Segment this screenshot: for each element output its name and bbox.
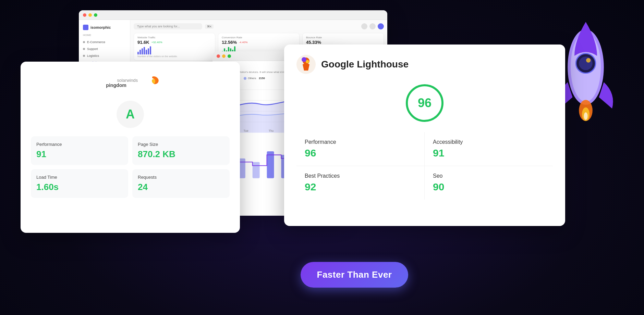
lighthouse-header: Google Lighthouse xyxy=(296,55,553,74)
sidebar-label-support: Support xyxy=(87,47,98,51)
stat-traffic-value: 91.6K xyxy=(137,40,149,45)
score-accessibility-name: Accessibility xyxy=(433,139,545,145)
legend-others-label: Others xyxy=(248,77,256,80)
score-bestpractices: Best Practices 92 xyxy=(296,166,425,200)
metric-loadtime-value: 1.60s xyxy=(36,182,123,192)
score-circle-wrap: 96 xyxy=(296,84,553,122)
metric-requests-label: Requests xyxy=(138,175,224,180)
score-seo-val: 90 xyxy=(433,181,545,193)
stat-conversion-value: 12.56% xyxy=(222,40,237,45)
metric-requests: Requests 24 xyxy=(132,169,230,198)
svg-point-4 xyxy=(586,58,591,63)
faster-text: Faster Than Ever xyxy=(317,269,392,280)
svg-text:pingdom: pingdom xyxy=(106,83,126,88)
sidebar-item-logistics[interactable]: Logistics xyxy=(79,52,130,59)
score-circle: 96 xyxy=(406,84,443,122)
analytics-minimize[interactable] xyxy=(222,54,226,58)
analytics-close[interactable] xyxy=(217,54,220,58)
mac-maximize[interactable] xyxy=(94,13,97,17)
grade-letter: A xyxy=(126,107,135,122)
metric-performance-value: 91 xyxy=(36,149,123,160)
lighthouse-icon xyxy=(296,55,316,74)
sidebar-item-support[interactable]: Support xyxy=(79,46,130,52)
mac-titlebar xyxy=(79,10,387,20)
pingdom-logo-svg: solarwinds pingdom xyxy=(99,72,161,92)
svg-point-7 xyxy=(584,112,588,120)
score-seo: Seo 90 xyxy=(425,166,553,200)
score-seo-name: Seo xyxy=(433,173,545,179)
legend-others: Others 2150 xyxy=(244,77,265,80)
stat-traffic-sub: Number of the visitors on the website. xyxy=(137,55,211,58)
svg-rect-20 xyxy=(267,151,274,178)
sidebar-item-ecommerce[interactable]: E-Commerce xyxy=(79,39,130,46)
mac-minimize[interactable] xyxy=(88,13,92,17)
svg-point-30 xyxy=(306,60,309,63)
score-performance-val: 96 xyxy=(305,147,416,159)
metric-pagesize-value: 870.2 KB xyxy=(138,149,224,160)
metric-loadtime: Load Time 1.60s xyxy=(31,169,128,198)
stat-traffic: Website Traffic 91.6K +32.40% N xyxy=(134,33,215,61)
logo-icon xyxy=(83,25,88,30)
pingdom-card: solarwinds pingdom A Performance 91 Page… xyxy=(21,62,240,233)
analytics-maximize[interactable] xyxy=(228,54,231,58)
svg-text:solarwinds: solarwinds xyxy=(117,78,138,83)
stat-conversion-label: Conversion Rate xyxy=(222,36,296,39)
stat-traffic-change: +32.40% xyxy=(151,41,162,44)
svg-rect-19 xyxy=(253,162,260,178)
legend-others-value: 2150 xyxy=(259,77,265,80)
pingdom-metrics: Performance 91 Page Size 870.2 KB Load T… xyxy=(31,136,230,198)
lighthouse-title: Google Lighthouse xyxy=(321,59,409,70)
sidebar-label-logistics: Logistics xyxy=(87,54,99,58)
svg-text:Thu: Thu xyxy=(269,129,274,133)
faster-pill: Faster Than Ever xyxy=(301,262,409,288)
metric-performance-label: Performance xyxy=(36,142,123,147)
lighthouse-body: Google Lighthouse 96 Performance 96 Acce… xyxy=(284,45,565,210)
score-performance: Performance 96 xyxy=(296,132,425,166)
score-bestpractices-name: Best Practices xyxy=(305,173,416,179)
svg-point-29 xyxy=(302,57,306,62)
pingdom-body: solarwinds pingdom A Performance 91 Page… xyxy=(21,62,240,233)
metric-loadtime-label: Load Time xyxy=(36,175,123,180)
logo-text: isomorphic xyxy=(90,25,111,29)
traffic-chart xyxy=(137,46,211,54)
score-number: 96 xyxy=(418,96,432,110)
score-accessibility-val: 91 xyxy=(433,147,545,159)
stat-bounce-value: 45.33% xyxy=(306,40,380,45)
score-bestpractices-val: 92 xyxy=(305,181,416,193)
stat-bounce-label: Bounce Rate xyxy=(306,36,380,39)
sidebar-label-ecommerce: E-Commerce xyxy=(87,40,105,44)
mac-close[interactable] xyxy=(83,13,86,17)
metric-performance: Performance 91 xyxy=(31,136,128,165)
legend-others-dot xyxy=(244,77,246,80)
scores-grid: Performance 96 Accessibility 91 Best Pra… xyxy=(296,132,553,200)
stat-traffic-label: Website Traffic xyxy=(137,36,211,39)
svg-text:Tue: Tue xyxy=(244,129,248,133)
metric-pagesize: Page Size 870.2 KB xyxy=(132,136,230,165)
breadcrumb: HOME xyxy=(79,34,130,39)
grade-circle: A xyxy=(117,101,144,128)
metric-requests-value: 24 xyxy=(138,182,224,192)
score-performance-name: Performance xyxy=(305,139,416,145)
metric-pagesize-label: Page Size xyxy=(138,142,224,147)
score-accessibility: Accessibility 91 xyxy=(425,132,553,166)
stat-conversion-change: -4.40% xyxy=(239,41,247,44)
svg-point-3 xyxy=(579,56,593,70)
lighthouse-card: Google Lighthouse 96 Performance 96 Acce… xyxy=(284,45,565,226)
pingdom-logo: solarwinds pingdom xyxy=(31,72,230,94)
